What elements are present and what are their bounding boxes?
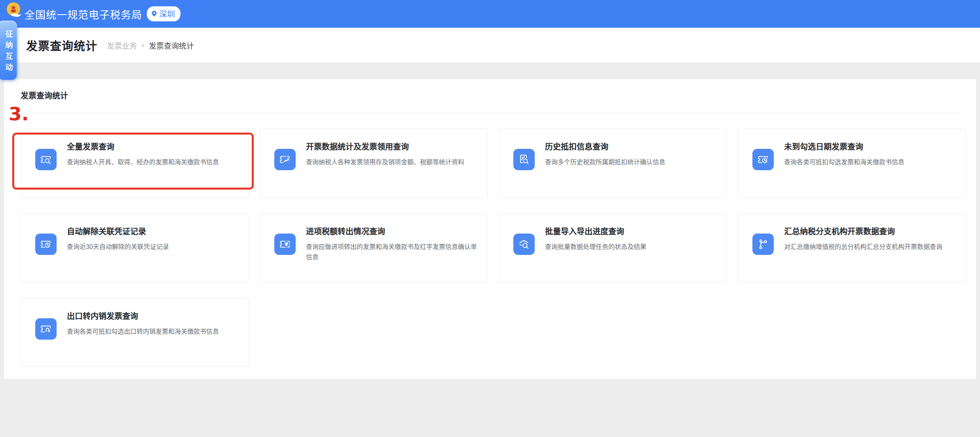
ticket-return-icon <box>35 318 57 340</box>
section-title: 发票查询统计 <box>21 89 966 101</box>
card-title: 未到勾选日期发票查询 <box>784 142 904 151</box>
card-title: 进项税额转出情况查询 <box>306 227 478 236</box>
card-text: 汇总纳税分支机构开票数据查询 对汇总缴纳增值税的总分机构汇总分支机构开票数据查询 <box>784 227 942 270</box>
breadcrumb-parent[interactable]: 发票业务 <box>107 40 137 51</box>
invoice-stats-icon <box>274 149 296 170</box>
location-pin-icon <box>151 10 158 17</box>
ticket-yen-icon <box>274 234 296 255</box>
breadcrumb-separator-icon: › <box>142 41 144 49</box>
card-full-invoice-query[interactable]: 全量发票查询 查询纳税人开具、取得、经办的发票和海关缴款书信息 <box>21 129 249 198</box>
card-description: 查询各类可抵扣勾选出口转内销发票和海关缴款书信息 <box>67 327 219 337</box>
card-pre-selection-date-invoice-query[interactable]: 未到勾选日期发票查询 查询各类可抵扣勾选发票和海关缴款书信息 <box>738 129 966 198</box>
card-auto-release-voucher-records[interactable]: 自动解除关联凭证记录 查询近30天自动解除的关联凭证记录 <box>21 213 249 282</box>
card-description: 查询纳税人开具、取得、经办的发票和海关缴款书信息 <box>67 157 219 167</box>
card-description: 查询各类可抵扣勾选发票和海关缴款书信息 <box>784 157 904 167</box>
interaction-side-tab[interactable]: 征纳互动 <box>0 21 17 80</box>
card-text: 历史抵扣信息查询 查询多个历史税款所属期抵扣统计确认信息 <box>545 142 665 185</box>
top-header-bar: 全国统一规范电子税务局 深圳 <box>0 0 980 28</box>
card-description: 查询纳税人各种发票领用存及销项金额、税额等统计资料 <box>306 157 464 167</box>
card-description: 对汇总缴纳增值税的总分机构汇总分支机构开票数据查询 <box>784 242 942 252</box>
ticket-clock-icon <box>752 149 774 170</box>
page-title-bar: ‹ 发票查询统计 发票业务 › 发票查询统计 <box>0 28 980 63</box>
card-text: 全量发票查询 查询纳税人开具、取得、经办的发票和海关缴款书信息 <box>67 142 219 185</box>
card-invoicing-data-statistics[interactable]: 开票数据统计及发票领用查询 查询纳税人各种发票领用存及销项金额、税额等统计资料 <box>260 129 488 198</box>
card-batch-import-export-progress[interactable]: 批量导入导出进度查询 查询批量数据处理任务的状态及结果 <box>499 213 727 282</box>
card-title: 汇总纳税分支机构开票数据查询 <box>784 227 942 236</box>
background-gap <box>0 63 980 79</box>
card-title: 开票数据统计及发票领用查询 <box>306 142 464 151</box>
location-badge[interactable]: 深圳 <box>147 6 180 21</box>
card-title: 全量发票查询 <box>67 142 219 151</box>
app-title: 全国统一规范电子税务局 <box>25 7 142 21</box>
annotation-step-label: 3. <box>9 103 29 125</box>
card-consolidated-branch-invoicing-query[interactable]: 汇总纳税分支机构开票数据查询 对汇总缴纳增值税的总分机构汇总分支机构开票数据查询 <box>738 213 966 282</box>
content-panel: 发票查询统计 3. 全量发票查询 查询纳税人开具、取得、经办的发票和海关缴款书信… <box>4 79 976 379</box>
card-text: 开票数据统计及发票领用查询 查询纳税人各种发票领用存及销项金额、税额等统计资料 <box>306 142 464 185</box>
card-description: 查询多个历史税款所属期抵扣统计确认信息 <box>545 157 665 167</box>
card-history-deduction-query[interactable]: 历史抵扣信息查询 查询多个历史税款所属期抵扣统计确认信息 <box>499 129 727 198</box>
card-export-to-domestic-invoice-query[interactable]: 出口转内销发票查询 查询各类可抵扣勾选出口转内销发票和海关缴款书信息 <box>21 298 249 367</box>
card-description: 查询应做进项转出的发票和海关缴款书及红字发票信息确认单信息 <box>306 242 478 263</box>
location-badge-label: 深圳 <box>159 8 175 19</box>
breadcrumb: 发票业务 › 发票查询统计 <box>107 40 194 51</box>
history-deduction-icon <box>513 149 535 170</box>
ticket-clock-icon <box>35 234 57 255</box>
card-title: 批量导入导出进度查询 <box>545 227 646 236</box>
layers-search-icon <box>513 234 535 255</box>
card-description: 查询批量数据处理任务的状态及结果 <box>545 242 646 252</box>
page-title: 发票查询统计 <box>26 37 97 53</box>
branch-icon <box>752 234 774 255</box>
card-title: 历史抵扣信息查询 <box>545 142 665 151</box>
card-text: 出口转内销发票查询 查询各类可抵扣勾选出口转内销发票和海关缴款书信息 <box>67 312 219 355</box>
breadcrumb-current: 发票查询统计 <box>149 40 194 51</box>
card-text: 进项税额转出情况查询 查询应做进项转出的发票和海关缴款书及红字发票信息确认单信息 <box>306 227 478 270</box>
card-description: 查询近30天自动解除的关联凭证记录 <box>67 242 169 252</box>
card-title: 自动解除关联凭证记录 <box>67 227 169 236</box>
card-text: 批量导入导出进度查询 查询批量数据处理任务的状态及结果 <box>545 227 646 270</box>
invoice-search-icon <box>35 149 57 170</box>
section-divider <box>21 113 966 113</box>
card-input-tax-transfer-query[interactable]: 进项税额转出情况查询 查询应做进项转出的发票和海关缴款书及红字发票信息确认单信息 <box>260 213 488 282</box>
card-text: 自动解除关联凭证记录 查询近30天自动解除的关联凭证记录 <box>67 227 169 270</box>
card-grid: 全量发票查询 查询纳税人开具、取得、经办的发票和海关缴款书信息 开票数据统计及发… <box>21 129 966 367</box>
card-title: 出口转内销发票查询 <box>67 312 219 321</box>
card-text: 未到勾选日期发票查询 查询各类可抵扣勾选发票和海关缴款书信息 <box>784 142 904 185</box>
